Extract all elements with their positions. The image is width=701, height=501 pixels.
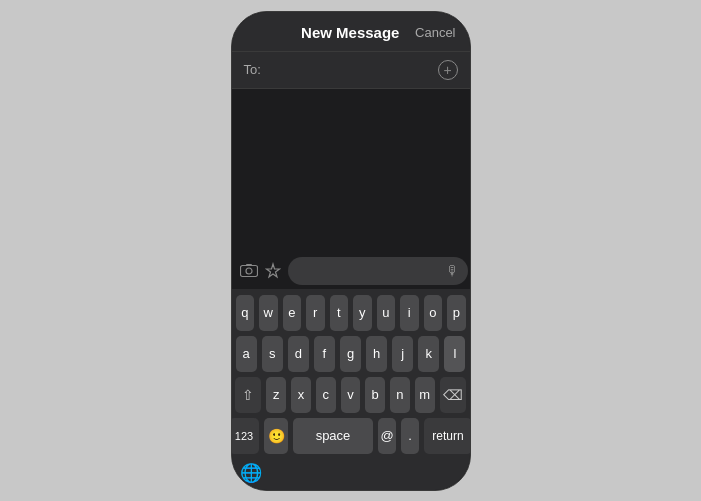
key-i[interactable]: i — [400, 295, 419, 331]
key-row-1: q w e r t y u i o p — [236, 295, 466, 331]
key-y[interactable]: y — [353, 295, 372, 331]
camera-button[interactable] — [240, 257, 258, 285]
cancel-button[interactable]: Cancel — [415, 25, 455, 40]
key-s[interactable]: s — [262, 336, 283, 372]
key-z[interactable]: z — [266, 377, 286, 413]
at-key[interactable]: @ — [378, 418, 396, 454]
to-row: To: + — [232, 52, 470, 89]
key-b[interactable]: b — [365, 377, 385, 413]
num-key[interactable]: 123 — [231, 418, 260, 454]
keyboard: q w e r t y u i o p a s d f g h j k l ⇧ … — [232, 289, 470, 458]
key-a[interactable]: a — [236, 336, 257, 372]
key-j[interactable]: j — [392, 336, 413, 372]
key-r[interactable]: r — [306, 295, 325, 331]
effects-button[interactable] — [264, 257, 282, 285]
message-body — [232, 89, 470, 253]
key-k[interactable]: k — [418, 336, 439, 372]
svg-rect-2 — [246, 264, 252, 266]
toolbar-row: 🎙 — [232, 253, 470, 289]
key-n[interactable]: n — [390, 377, 410, 413]
key-x[interactable]: x — [291, 377, 311, 413]
space-key[interactable]: space — [293, 418, 373, 454]
phone-frame: New Message Cancel To: + 🎙 — [231, 11, 471, 491]
key-v[interactable]: v — [341, 377, 361, 413]
bottom-bar: 🌐 — [232, 458, 470, 490]
key-g[interactable]: g — [340, 336, 361, 372]
key-w[interactable]: w — [259, 295, 278, 331]
to-label: To: — [244, 62, 261, 77]
return-key[interactable]: return — [424, 418, 471, 454]
shift-key[interactable]: ⇧ — [235, 377, 261, 413]
key-row-bottom: 123 🙂 space @ . return — [236, 418, 466, 454]
key-row-3: ⇧ z x c v b n m ⌫ — [236, 377, 466, 413]
key-row-2: a s d f g h j k l — [236, 336, 466, 372]
message-input[interactable] — [296, 264, 446, 278]
globe-button[interactable]: 🌐 — [240, 462, 262, 484]
svg-rect-0 — [240, 265, 257, 276]
add-recipient-button[interactable]: + — [438, 60, 458, 80]
key-c[interactable]: c — [316, 377, 336, 413]
key-f[interactable]: f — [314, 336, 335, 372]
key-l[interactable]: l — [444, 336, 465, 372]
key-q[interactable]: q — [236, 295, 255, 331]
key-p[interactable]: p — [447, 295, 466, 331]
key-t[interactable]: t — [330, 295, 349, 331]
key-m[interactable]: m — [415, 377, 435, 413]
delete-key[interactable]: ⌫ — [440, 377, 466, 413]
period-key[interactable]: . — [401, 418, 419, 454]
to-input[interactable] — [265, 61, 438, 79]
svg-point-1 — [246, 268, 252, 274]
header-title: New Message — [286, 24, 416, 41]
key-u[interactable]: u — [377, 295, 396, 331]
key-d[interactable]: d — [288, 336, 309, 372]
message-input-bar[interactable]: 🎙 — [288, 257, 468, 285]
key-o[interactable]: o — [424, 295, 443, 331]
emoji-key[interactable]: 🙂 — [264, 418, 288, 454]
header: New Message Cancel — [232, 12, 470, 52]
mic-icon[interactable]: 🎙 — [446, 263, 460, 279]
key-h[interactable]: h — [366, 336, 387, 372]
key-e[interactable]: e — [283, 295, 302, 331]
